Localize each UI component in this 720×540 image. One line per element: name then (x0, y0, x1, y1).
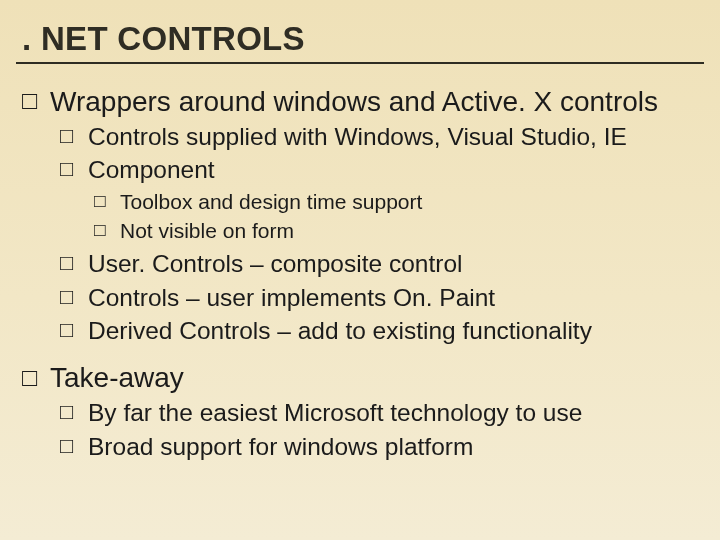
bullet-component: Component Toolbox and design time suppor… (60, 154, 698, 244)
bullet-text: Controls supplied with Windows, Visual S… (88, 123, 627, 150)
bullet-controls-supplied: Controls supplied with Windows, Visual S… (60, 121, 698, 152)
bullet-broad: Broad support for windows platform (60, 431, 698, 462)
bullet-text: Component (88, 156, 215, 183)
bullet-controls-paint: Controls – user implements On. Paint (60, 282, 698, 313)
bullet-toolbox: Toolbox and design time support (94, 188, 698, 215)
bullet-text: Derived Controls – add to existing funct… (88, 317, 592, 344)
bullet-wrappers: Wrappers around windows and Active. X co… (22, 84, 698, 346)
slide-title: . NET CONTROLS (22, 20, 698, 58)
bullet-takeaway: Take-away By far the easiest Microsoft t… (22, 360, 698, 462)
bullet-by-far: By far the easiest Microsoft technology … (60, 397, 698, 428)
bullet-text: Toolbox and design time support (120, 190, 422, 213)
bullet-usercontrols: User. Controls – composite control (60, 248, 698, 279)
bullet-derived: Derived Controls – add to existing funct… (60, 315, 698, 346)
bullet-text: User. Controls – composite control (88, 250, 462, 277)
slide: . NET CONTROLS Wrappers around windows a… (0, 0, 720, 540)
bullet-text: Broad support for windows platform (88, 433, 473, 460)
bullet-text: Controls – user implements On. Paint (88, 284, 495, 311)
title-underline (16, 62, 704, 64)
bullet-text: Wrappers around windows and Active. X co… (50, 86, 658, 117)
bullet-not-visible: Not visible on form (94, 217, 698, 244)
bullet-text: Take-away (50, 362, 184, 393)
bullet-list: Wrappers around windows and Active. X co… (22, 84, 698, 462)
bullet-text: Not visible on form (120, 219, 294, 242)
bullet-text: By far the easiest Microsoft technology … (88, 399, 582, 426)
